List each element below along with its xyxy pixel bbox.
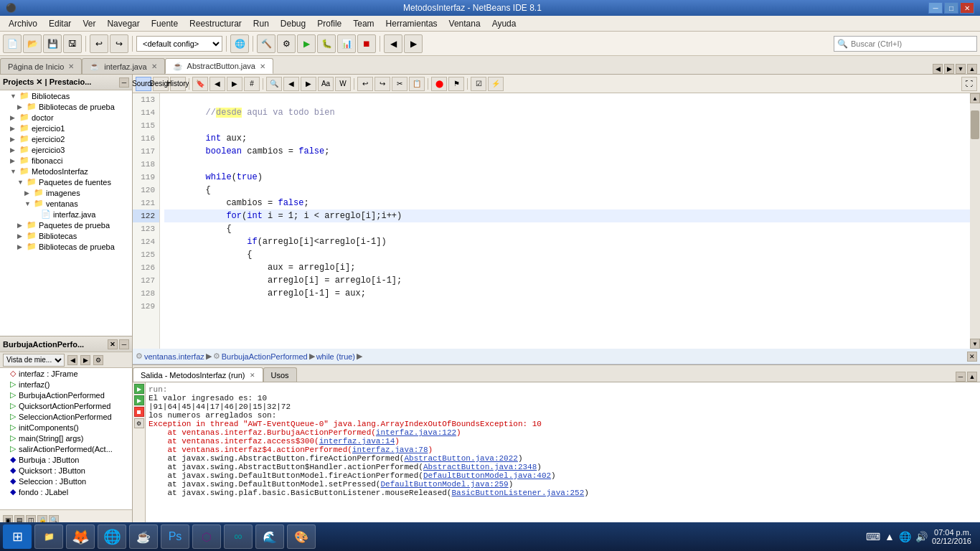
- forward-button[interactable]: ▶: [404, 34, 423, 53]
- breadcrumb-while[interactable]: while (true): [316, 352, 355, 361]
- tab-pagina-inicio[interactable]: Página de Inicio ✕: [0, 58, 82, 74]
- menu-reestructurar[interactable]: Reestructurar: [184, 17, 248, 30]
- expand-editor[interactable]: ⛶: [961, 77, 977, 91]
- debug-button[interactable]: 🐛: [317, 34, 336, 53]
- scroll-track[interactable]: [970, 103, 980, 339]
- menu-editar[interactable]: Editar: [43, 17, 77, 30]
- nav-minimize-button[interactable]: ─: [119, 339, 129, 349]
- prev-occurrence[interactable]: ◀: [283, 77, 299, 91]
- back-button[interactable]: ◀: [384, 34, 402, 53]
- stop-output-button[interactable]: ⏹: [134, 407, 144, 417]
- nav-item-burbuja[interactable]: ▷ BurbujaActionPerformed: [0, 390, 132, 400]
- output-link-4[interactable]: AbstractButton.java:2022: [404, 454, 517, 463]
- close-button[interactable]: ✕: [960, 2, 974, 14]
- debug-line[interactable]: ⚑: [448, 77, 464, 91]
- output-link-7[interactable]: DefaultButtonModel.java:259: [380, 480, 508, 489]
- panel-minimize-button[interactable]: ─: [119, 77, 129, 88]
- tree-item-ejercicio2[interactable]: ▶ 📁 ejercicio2: [0, 133, 132, 144]
- whole-word[interactable]: W: [335, 77, 351, 91]
- nav-item-quicksort-btn[interactable]: ◆ Quicksort : JButton: [0, 465, 132, 476]
- tab-abstractbutton-java-close[interactable]: ✕: [260, 62, 265, 70]
- nav-forward-button[interactable]: ▶: [80, 355, 90, 365]
- prev-bookmark[interactable]: ◀: [209, 77, 225, 91]
- tree-item-ventanas[interactable]: ▼ 📁 ventanas: [0, 198, 132, 209]
- open-button[interactable]: 📂: [23, 34, 42, 53]
- taskbar-arduino[interactable]: ∞: [224, 524, 253, 549]
- next-occurrence[interactable]: ▶: [301, 77, 316, 91]
- menu-navegar[interactable]: Navegar: [101, 17, 145, 30]
- tree-item-bib-prueba2[interactable]: ▶ 📁 Bibliotecas de prueba: [0, 241, 132, 252]
- view-select[interactable]: Vista de mie...: [3, 354, 65, 367]
- taskbar-netbeans[interactable]: ☕: [129, 524, 158, 549]
- taskbar-chrome[interactable]: 🌐: [98, 524, 126, 549]
- clean-button[interactable]: ⚙: [277, 34, 296, 53]
- breadcrumb-ventanas[interactable]: ventanas.interfaz: [144, 352, 204, 361]
- tree-item-paquetes-fuentes[interactable]: ▼ 📁 Paquetes de fuentes: [0, 176, 132, 187]
- maximize-button[interactable]: □: [944, 2, 958, 14]
- menu-fuente[interactable]: Fuente: [146, 17, 184, 30]
- lint[interactable]: ⚡: [488, 77, 504, 91]
- clear-output-button[interactable]: ⚙: [134, 418, 144, 428]
- tray-expand-icon[interactable]: ▲: [885, 531, 895, 542]
- scroll-down-button[interactable]: ▼: [970, 339, 980, 349]
- nav-item-main[interactable]: ▷ main(String[] args): [0, 433, 132, 443]
- build-button[interactable]: 🔨: [257, 34, 275, 53]
- tree-item-bib-prueba[interactable]: ▶ 📁 Bibliotecas de prueba: [0, 101, 132, 112]
- globe-button[interactable]: 🌐: [230, 34, 249, 53]
- menu-ventana[interactable]: Ventana: [443, 17, 486, 30]
- nav-item-seleccion[interactable]: ▷ SeleccionActionPerformed: [0, 411, 132, 422]
- task[interactable]: ☑: [471, 77, 486, 91]
- taskbar-firefox[interactable]: 🦊: [66, 524, 95, 549]
- tab-abstractbutton-java[interactable]: ☕ AbstractButton.java ✕: [165, 58, 273, 74]
- output-content[interactable]: run: El valor ingresado es: 10 |91|64|45…: [146, 382, 980, 529]
- nav-back-button[interactable]: ◀: [67, 355, 77, 365]
- nav-close-button[interactable]: ✕: [108, 339, 118, 349]
- nav-item-quicksort[interactable]: ▷ QuicksortActionPerformed: [0, 400, 132, 411]
- breadcrumb-close[interactable]: ✕: [967, 352, 977, 362]
- next-bookmark[interactable]: ▶: [227, 77, 242, 91]
- menu-debug[interactable]: Debug: [275, 17, 311, 30]
- taskbar-app9[interactable]: 🎨: [287, 524, 316, 549]
- nav-item-fondo[interactable]: ◆ fondo : JLabel: [0, 486, 132, 497]
- taskbar-app8[interactable]: 🌊: [255, 524, 284, 549]
- output-link-5[interactable]: AbstractButton.java:2348: [423, 463, 537, 471]
- tab-dropdown[interactable]: ▼: [956, 64, 966, 74]
- start-button[interactable]: ⊞: [3, 524, 32, 549]
- menu-ver[interactable]: Ver: [77, 17, 101, 30]
- output-link-6[interactable]: DefaultButtonModel.java:402: [423, 471, 551, 480]
- nav-item-burbuja-btn[interactable]: ◆ Burbuja : JButton: [0, 454, 132, 465]
- new-project-button[interactable]: 📄: [3, 34, 22, 53]
- nav-item-constructor[interactable]: ▷ interfaz(): [0, 379, 132, 390]
- output-tab-close[interactable]: ✕: [250, 372, 255, 379]
- taskbar-photoshop[interactable]: Ps: [161, 524, 189, 549]
- undo-button[interactable]: ↩: [90, 34, 108, 53]
- bottom-minimize[interactable]: ─: [956, 372, 966, 382]
- toggle-linenum[interactable]: #: [244, 77, 260, 91]
- profile-button[interactable]: 📊: [337, 34, 356, 53]
- run-button[interactable]: ▶: [297, 34, 316, 53]
- menu-archivo[interactable]: Archivo: [3, 17, 43, 30]
- run-output-button[interactable]: ▶: [134, 384, 144, 394]
- stop-button[interactable]: ⏹: [357, 34, 376, 53]
- search-editor[interactable]: 🔍: [266, 77, 282, 91]
- tab-scroll-left[interactable]: ◀: [933, 64, 943, 74]
- run2-output-button[interactable]: ▶: [134, 395, 144, 405]
- taskbar-visual-studio[interactable]: ⬡: [192, 524, 221, 549]
- tab-interfaz-java-close[interactable]: ✕: [151, 62, 157, 70]
- menu-run[interactable]: Run: [248, 17, 275, 30]
- tree-item-bib2[interactable]: ▶ 📁 Bibliotecas: [0, 230, 132, 241]
- output-link-8[interactable]: BasicButtonListener.java:252: [451, 489, 584, 497]
- toggle-bookmark[interactable]: 🔖: [192, 77, 208, 91]
- nav-item-seleccion-btn[interactable]: ◆ Seleccion : JButton: [0, 476, 132, 486]
- bottom-maximize[interactable]: ▲: [967, 372, 977, 382]
- tree-item-doctor[interactable]: ▶ 📁 doctor: [0, 112, 132, 123]
- menu-profile[interactable]: Profile: [311, 17, 347, 30]
- search-input[interactable]: [851, 39, 966, 48]
- breakpoint[interactable]: ⬤: [431, 77, 447, 91]
- edit-2[interactable]: 📋: [409, 77, 425, 91]
- output-link-3[interactable]: interfaz.java:78: [352, 446, 428, 454]
- tree-item-imagenes[interactable]: ▶ 📁 imagenes: [0, 187, 132, 198]
- code-content[interactable]: //desde aqui va todo bien int aux; boole…: [160, 93, 970, 349]
- scroll-thumb[interactable]: [971, 110, 979, 139]
- tab-maximize[interactable]: ▲: [967, 64, 977, 74]
